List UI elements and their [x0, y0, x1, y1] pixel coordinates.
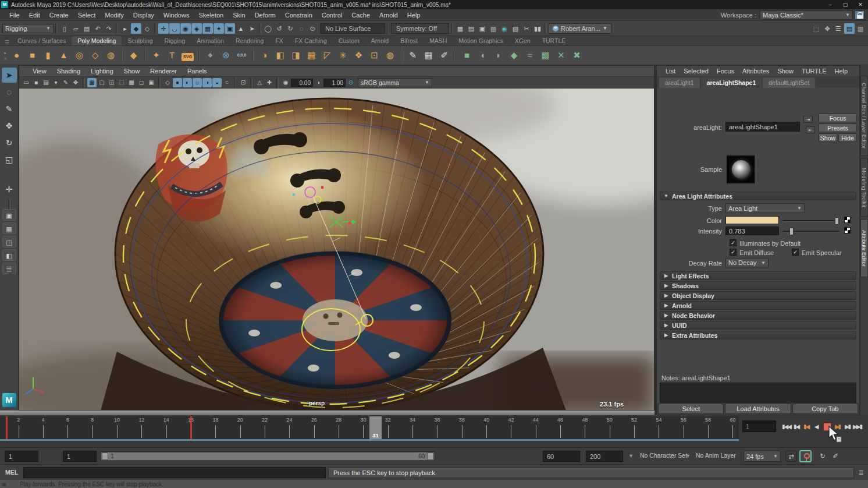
new-scene-icon[interactable]: ▯	[59, 23, 70, 34]
go-to-end-button[interactable]: ▶▶▮	[853, 421, 863, 433]
color-slider-handle[interactable]	[835, 217, 839, 225]
emit-diffuse-checkbox[interactable]: ✓	[730, 249, 737, 256]
anim-layer-dropdown[interactable]: No Anim Layer	[696, 452, 736, 459]
view-transform-dropdown[interactable]: sRGB gamma ▼	[358, 78, 432, 87]
input-connections-list-icon[interactable]: ◌	[296, 23, 307, 34]
select-button[interactable]: Select	[658, 404, 724, 414]
section-node-behavior[interactable]: ▶Node Behavior	[660, 311, 856, 320]
shelf-tab-sculpting[interactable]: Sculpting	[122, 36, 158, 45]
minimize-button[interactable]: –	[823, 1, 838, 9]
close-button[interactable]: ✕	[853, 1, 868, 9]
live-surface-field[interactable]: No Live Surface	[320, 23, 385, 34]
platonic-solid-icon[interactable]: ◆	[126, 48, 141, 63]
script-editor-icon[interactable]: ≣	[856, 468, 866, 477]
poly-torus-icon[interactable]: ◎	[72, 48, 87, 63]
current-time-field[interactable]: 1	[742, 420, 776, 432]
four-pane-layout-button[interactable]: ▦	[2, 222, 16, 234]
panel-menu-lighting[interactable]: Lighting	[86, 68, 119, 75]
load-attributes-button[interactable]: Load Attributes	[725, 404, 791, 414]
lock-camera-icon[interactable]: ■	[31, 78, 41, 87]
safe-action-icon[interactable]: ◻	[137, 78, 146, 87]
chevron-down-icon[interactable]: ▾	[629, 452, 632, 459]
shelf-tab-rigging[interactable]: Rigging	[159, 36, 191, 45]
color-swatch[interactable]	[725, 216, 779, 224]
redo-icon[interactable]: ↷	[104, 23, 114, 34]
menu-help[interactable]: Help	[403, 12, 425, 19]
exposure-field[interactable]: 0.00	[291, 79, 313, 87]
ae-menu-help[interactable]: Help	[831, 68, 852, 75]
color-texture-map-button[interactable]	[844, 217, 851, 223]
range-end-handle[interactable]	[427, 452, 433, 460]
joint-xray-icon[interactable]: ✚	[265, 78, 274, 87]
menu-modify[interactable]: Modify	[100, 12, 128, 19]
animation-start-field[interactable]: 1	[5, 451, 38, 462]
smooth-proxy-icon[interactable]: ◍	[383, 48, 397, 63]
ipr-render-icon[interactable]: ▣	[477, 23, 488, 34]
poly-text-icon[interactable]: T	[165, 48, 179, 63]
maximize-button[interactable]: ▢	[838, 1, 853, 9]
boolean-difference-icon[interactable]: ◨	[289, 48, 303, 63]
save-scene-icon[interactable]: ▤	[81, 23, 92, 34]
field-chart-icon[interactable]: ▩	[127, 78, 136, 87]
modeling-toolkit-tab[interactable]: Modeling Toolkit	[860, 158, 868, 217]
tab-arealight1[interactable]: areaLight1	[659, 77, 700, 88]
shelf-tab-bifrost[interactable]: Bifrost	[394, 36, 424, 45]
bridge-icon[interactable]: ≈	[522, 48, 537, 63]
select-component-icon[interactable]: ◇	[142, 23, 152, 34]
shelf-tab-rendering[interactable]: Rendering	[230, 36, 269, 45]
render-current-frame-icon[interactable]: ▤	[466, 23, 476, 34]
user-account-dropdown[interactable]: Robert Aran... ▼	[549, 23, 611, 34]
section-arnold[interactable]: ▶Arnold	[660, 301, 856, 310]
go-to-start-button[interactable]: ▮◀◀	[782, 421, 792, 433]
paint-select-tool[interactable]: ✎	[2, 101, 17, 116]
textured-icon[interactable]: ◐	[183, 78, 192, 87]
tab-arealightshape1[interactable]: areaLightShape1	[701, 77, 762, 88]
color-slider[interactable]	[782, 220, 839, 222]
cut-section-icon[interactable]: ✂	[521, 23, 532, 34]
construction-history-on-icon[interactable]: ↺	[274, 23, 284, 34]
viewport-canvas[interactable]: persp 23.1 fps	[19, 89, 654, 410]
illuminates-by-default-checkbox[interactable]: ✓	[730, 239, 737, 246]
command-language-label[interactable]: MEL	[0, 469, 23, 476]
step-back-key-button[interactable]: ▮◀	[802, 421, 812, 433]
channel-box-icon[interactable]: ☰	[833, 23, 844, 34]
panel-menu-shading[interactable]: Shading	[52, 68, 86, 75]
single-pane-layout-button[interactable]: ▣	[2, 209, 16, 221]
intensity-texture-map-button[interactable]	[844, 227, 851, 234]
playback-loop-icon[interactable]: ⇄	[785, 451, 797, 462]
section-uuid[interactable]: ▶UUID	[660, 321, 856, 330]
range-start-handle[interactable]	[102, 452, 108, 460]
pan-zoom-2d-icon[interactable]: ✥	[71, 78, 80, 87]
step-forward-key-button[interactable]: ▶▮	[833, 421, 843, 433]
panel-menu-view[interactable]: View	[27, 68, 52, 75]
menu-skin[interactable]: Skin	[228, 12, 250, 19]
presets-button[interactable]: Presets	[819, 123, 857, 132]
duplicate-face-icon[interactable]: ❖	[351, 48, 366, 63]
channel-box-layer-editor-tab[interactable]: Channel Box / Layer Editor	[860, 76, 868, 156]
stop-button[interactable]	[823, 423, 831, 431]
decay-rate-dropdown[interactable]: No Decay ▼	[725, 258, 769, 267]
lock-selection-icon[interactable]: ▲	[236, 23, 246, 34]
menu-control[interactable]: Control	[317, 12, 347, 19]
gamma-field[interactable]: 1.00	[323, 79, 346, 87]
character-set-dropdown[interactable]: No Character Set	[640, 452, 687, 459]
shelf-tab-mash[interactable]: MASH	[424, 36, 453, 45]
wedge-icon[interactable]: ◸	[320, 48, 335, 63]
shaded-icon[interactable]: ●	[173, 78, 182, 87]
output-connections-list-icon[interactable]: ⊙	[307, 23, 318, 34]
open-scene-icon[interactable]: ▱	[70, 23, 81, 34]
motion-blur-icon[interactable]: ≈	[222, 78, 232, 87]
time-slider-ruler[interactable]: 2468101214161820222426283032343638404244…	[0, 416, 739, 441]
smooth-mesh-icon[interactable]: ◖	[475, 48, 490, 63]
scale-tool[interactable]: ◱	[2, 152, 17, 167]
menu-windows[interactable]: Windows	[159, 12, 194, 19]
poly-sphere-icon[interactable]: ●	[9, 48, 24, 63]
animation-preferences-icon[interactable]: ↻	[817, 451, 828, 462]
multi-cut-icon[interactable]: ▩	[538, 48, 553, 63]
shelf-tab-motion-graphics[interactable]: Motion Graphics	[453, 36, 508, 45]
step-forward-frame-button[interactable]: ▶▮	[843, 421, 853, 433]
outliner-persp-layout-button[interactable]: ◧	[2, 249, 16, 261]
playback-start-field[interactable]: 1	[63, 451, 97, 462]
safe-title-icon[interactable]: ▣	[147, 78, 156, 87]
move-tool[interactable]: ✥	[2, 118, 17, 133]
